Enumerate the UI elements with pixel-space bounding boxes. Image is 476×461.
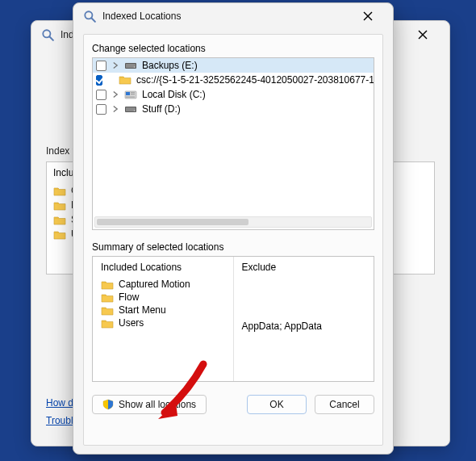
list-item-label: Users — [119, 317, 144, 329]
hdd-icon — [124, 103, 137, 115]
summary-box: Included Locations Captured Motion Flow … — [92, 256, 374, 382]
list-item[interactable]: Start Menu — [101, 304, 225, 316]
checkbox[interactable] — [96, 75, 102, 86]
tree-node-backups[interactable]: Backups (E:) — [93, 58, 374, 73]
search-icon — [41, 28, 54, 41]
checkbox[interactable] — [96, 61, 106, 71]
list-item-label: Captured Motion — [119, 279, 190, 290]
tree-node-label: Local Disk (C:) — [142, 89, 206, 100]
chevron-right-icon[interactable] — [111, 90, 119, 98]
exclude-cell — [242, 291, 366, 305]
ok-button[interactable]: OK — [247, 395, 307, 414]
button-label: Show all locations — [119, 399, 196, 410]
tree-node-localdisk[interactable]: Local Disk (C:) — [93, 87, 374, 102]
back-close-button[interactable] — [406, 23, 440, 46]
summary-label: Summary of selected locations — [92, 241, 374, 253]
folder-icon — [53, 215, 66, 225]
front-titlebar: Indexed Locations — [73, 3, 393, 29]
list-item[interactable]: Flow — [101, 291, 225, 304]
tree-node-stuff[interactable]: Stuff (D:) — [93, 102, 374, 116]
close-button[interactable] — [353, 6, 383, 27]
folder-icon — [119, 74, 132, 86]
exclude-cell: AppData; AppData — [242, 319, 366, 333]
scrollbar-thumb[interactable] — [97, 219, 248, 225]
search-icon — [83, 10, 96, 23]
checkbox[interactable] — [96, 104, 106, 115]
folder-icon — [101, 305, 114, 316]
indexed-locations-dialog: Indexed Locations Change selected locati… — [73, 2, 394, 455]
checkbox[interactable] — [96, 90, 106, 100]
folder-icon — [101, 318, 114, 329]
show-all-locations-button[interactable]: Show all locations — [92, 395, 207, 414]
dialog-button-row: Show all locations OK Cancel — [92, 395, 374, 414]
exclude-column-header: Exclude — [242, 262, 366, 273]
list-item[interactable]: Captured Motion — [101, 278, 225, 291]
locations-tree[interactable]: Backups (E:) csc://{S-1-5-21-3252562245-… — [92, 57, 374, 230]
folder-icon — [53, 186, 66, 196]
tree-node-csc[interactable]: csc://{S-1-5-21-3252562245-4012050027-20… — [93, 73, 374, 87]
front-title: Indexed Locations — [102, 10, 181, 22]
exclude-column: Exclude AppData; AppData — [233, 257, 374, 381]
chevron-right-icon[interactable] — [111, 61, 119, 69]
dialog-body: Change selected locations Backups (E:) c… — [83, 34, 383, 446]
change-selected-label: Change selected locations — [92, 43, 374, 54]
folder-icon — [101, 279, 114, 290]
folder-icon — [53, 229, 66, 240]
cancel-button[interactable]: Cancel — [315, 395, 374, 414]
tree-node-label: Backups (E:) — [142, 60, 198, 71]
exclude-cell — [242, 305, 366, 319]
tree-node-label: Stuff (D:) — [142, 103, 181, 115]
list-item[interactable]: Users — [101, 316, 225, 329]
chevron-right-icon[interactable] — [111, 105, 119, 113]
list-item-label: Flow — [119, 291, 139, 303]
exclude-cell — [242, 278, 366, 291]
tree-node-label: csc://{S-1-5-21-3252562245-4012050027-20… — [136, 74, 374, 86]
shield-icon — [102, 399, 114, 410]
folder-icon — [53, 200, 66, 211]
osdisk-icon — [124, 89, 137, 100]
list-item-label: Start Menu — [119, 304, 166, 316]
included-column-header: Included Locations — [101, 262, 225, 273]
hdd-icon — [124, 60, 137, 71]
included-column: Included Locations Captured Motion Flow … — [93, 257, 233, 381]
folder-icon — [101, 292, 114, 303]
horizontal-scrollbar[interactable] — [94, 216, 372, 228]
